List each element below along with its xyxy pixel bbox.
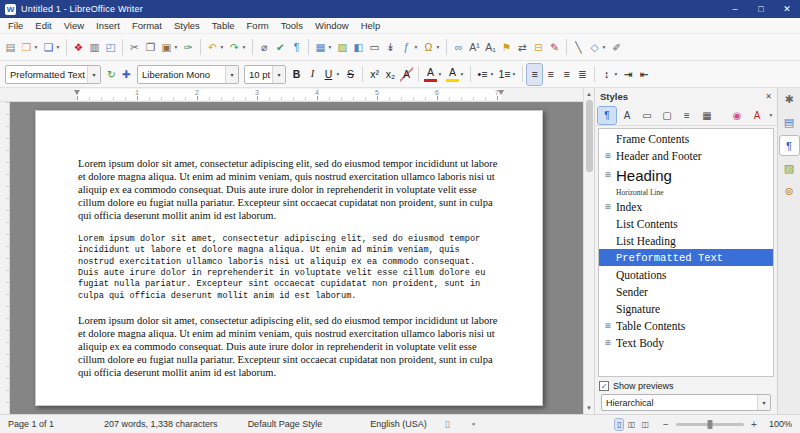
document-page[interactable]: Lorem ipsum dolor sit amet, consectetur … xyxy=(35,110,543,406)
new-style-from-selection-button[interactable]: A xyxy=(748,107,766,124)
scroll-down-icon[interactable]: ▼ xyxy=(584,402,594,414)
style-filter-select[interactable]: Hierarchical ▾ xyxy=(601,394,771,411)
font-color-button[interactable]: A▾ xyxy=(423,64,444,85)
ordered-list-button[interactable]: 1≡▾ xyxy=(497,64,518,85)
dropdown-caret-icon[interactable]: ▾ xyxy=(511,71,517,77)
style-item-quotations[interactable]: Quotations xyxy=(599,266,773,283)
superscript-button[interactable]: x² xyxy=(367,64,382,85)
dropdown-caret-icon[interactable]: ▾ xyxy=(601,44,607,50)
scrollbar-thumb[interactable] xyxy=(586,100,593,172)
align-right-button[interactable]: ≡ xyxy=(559,64,574,85)
horizontal-ruler[interactable]: 1234567 xyxy=(0,88,583,102)
menu-insert[interactable]: Insert xyxy=(90,18,126,33)
frame-styles-tab[interactable]: ▭ xyxy=(638,107,656,124)
paste-button[interactable]: ▣▾ xyxy=(159,37,180,58)
insert-image-button[interactable]: ▨ xyxy=(335,37,350,58)
expander-icon[interactable]: ⊞ xyxy=(605,322,616,330)
left-margin-marker[interactable] xyxy=(74,90,80,95)
decrease-indent-button[interactable]: ⇤ xyxy=(637,64,652,85)
cut-button[interactable]: ✂ xyxy=(127,37,142,58)
close-button[interactable]: ✕ xyxy=(774,0,800,18)
paragraph-preformatted[interactable]: Lorem ipsum dolor sit amet, consectetur … xyxy=(78,234,500,302)
zoom-slider[interactable] xyxy=(676,423,744,426)
spelling-button[interactable]: ✔ xyxy=(273,37,288,58)
chevron-down-icon[interactable]: ▾ xyxy=(225,66,238,83)
insert-hyperlink-button[interactable]: ∞ xyxy=(451,37,466,58)
underline-button[interactable]: U▾ xyxy=(321,64,342,85)
page-style-segment[interactable]: Default Page Style xyxy=(248,419,323,429)
expander-icon[interactable]: ⊞ xyxy=(605,203,616,211)
table-styles-tab[interactable]: ▦ xyxy=(698,107,716,124)
style-item-index[interactable]: ⊞Index xyxy=(599,198,773,215)
dropdown-caret-icon[interactable]: ▾ xyxy=(413,44,419,50)
redo-button[interactable]: ↷▾ xyxy=(227,37,248,58)
dropdown-caret-icon[interactable]: ▾ xyxy=(489,71,495,77)
style-item-heading[interactable]: ⊞Heading xyxy=(599,164,773,186)
language-segment[interactable]: English (USA) xyxy=(370,419,427,429)
titlebar[interactable]: W Untitled 1 - LibreOffice Writer – □ ✕ xyxy=(0,0,800,18)
align-center-button[interactable]: ≡ xyxy=(543,64,558,85)
show-draw-functions-button[interactable]: ✐ xyxy=(609,37,624,58)
zoom-slider-thumb[interactable] xyxy=(708,420,713,429)
style-item-text-body[interactable]: ⊞Text Body xyxy=(599,334,773,351)
print-preview-button[interactable]: ◰ xyxy=(103,37,118,58)
menu-file[interactable]: File xyxy=(2,18,29,33)
update-style-button[interactable]: ↻ xyxy=(104,64,119,85)
paragraph[interactable]: Lorem ipsum dolor sit amet, consectetur … xyxy=(78,157,500,222)
close-sidebar-icon[interactable]: ✕ xyxy=(765,92,772,101)
paragraph-styles-tab[interactable]: ¶ xyxy=(598,107,616,124)
bold-button[interactable]: B xyxy=(289,64,304,85)
dropdown-caret-icon[interactable]: ▾ xyxy=(768,112,774,118)
dropdown-caret-icon[interactable]: ▾ xyxy=(335,71,341,77)
menu-styles[interactable]: Styles xyxy=(168,18,206,33)
chevron-down-icon[interactable]: ▾ xyxy=(272,66,285,83)
style-item-frame-contents[interactable]: Frame Contents xyxy=(599,130,773,147)
insert-table-button[interactable]: ▦▾ xyxy=(313,37,334,58)
style-item-sender[interactable]: Sender xyxy=(599,283,773,300)
dropdown-caret-icon[interactable]: ▾ xyxy=(55,44,61,50)
scroll-up-icon[interactable]: ▲ xyxy=(584,88,594,100)
navigator-deck-tab[interactable]: ⊚ xyxy=(780,182,799,201)
insert-line-button[interactable]: ╲ xyxy=(571,37,586,58)
line-spacing-button[interactable]: ↕▾ xyxy=(599,64,620,85)
vertical-scrollbar[interactable]: ▲ ▼ xyxy=(583,88,594,414)
menu-help[interactable]: Help xyxy=(355,18,387,33)
print-button[interactable]: ▥ xyxy=(87,37,102,58)
page-styles-tab[interactable]: ▢ xyxy=(658,107,676,124)
menu-format[interactable]: Format xyxy=(126,18,168,33)
modified-indicator-segment[interactable]: ▪ xyxy=(472,419,475,429)
word-count-segment[interactable]: 207 words, 1,338 characters xyxy=(104,419,218,429)
dropdown-caret-icon[interactable]: ▾ xyxy=(437,71,443,77)
menu-form[interactable]: Form xyxy=(241,18,275,33)
clear-formatting-button[interactable]: A xyxy=(399,64,414,85)
multi-page-view-button[interactable]: ▯▯ xyxy=(626,419,637,430)
spotlight-button[interactable]: ◉ xyxy=(728,107,746,124)
menu-table[interactable]: Table xyxy=(206,18,241,33)
dropdown-caret-icon[interactable]: ▾ xyxy=(173,44,179,50)
save-button[interactable]: ❏▾ xyxy=(41,37,62,58)
style-item-header-and-footer[interactable]: ⊞Header and Footer xyxy=(599,147,773,164)
style-item-table-contents[interactable]: ⊞Table Contents xyxy=(599,317,773,334)
dropdown-caret-icon[interactable]: ▾ xyxy=(459,71,465,77)
menu-view[interactable]: View xyxy=(58,18,90,33)
insert-special-character-button[interactable]: Ω▾ xyxy=(421,37,442,58)
style-item-list-contents[interactable]: List Contents xyxy=(599,215,773,232)
unordered-list-button[interactable]: •≡▾ xyxy=(475,64,496,85)
dropdown-caret-icon[interactable]: ▾ xyxy=(435,44,441,50)
style-item-signature[interactable]: Signature xyxy=(599,300,773,317)
sidebar-settings-tab[interactable]: ✱ xyxy=(780,90,799,109)
copy-button[interactable]: ❐ xyxy=(143,37,158,58)
book-view-button[interactable]: ◫ xyxy=(639,419,650,430)
dropdown-caret-icon[interactable]: ▾ xyxy=(613,71,619,77)
paragraph-style-combo[interactable]: Preformatted Text ▾ xyxy=(5,65,101,84)
export-pdf-button[interactable]: ❖ xyxy=(71,37,86,58)
insert-comment-button[interactable]: ⊟ xyxy=(531,37,546,58)
minimize-button[interactable]: – xyxy=(722,0,748,18)
find-and-replace-button[interactable]: ⌀ xyxy=(257,37,272,58)
highlighting-color-button[interactable]: A▾ xyxy=(445,64,466,85)
font-size-combo[interactable]: 10 pt ▾ xyxy=(244,65,286,84)
insert-field-button[interactable]: ƒ▾ xyxy=(399,37,420,58)
insert-endnote-button[interactable]: A₁ xyxy=(483,37,498,58)
strikethrough-button[interactable]: S xyxy=(343,64,358,85)
style-item-horizontal-line[interactable]: Horizontal Line xyxy=(599,186,773,198)
